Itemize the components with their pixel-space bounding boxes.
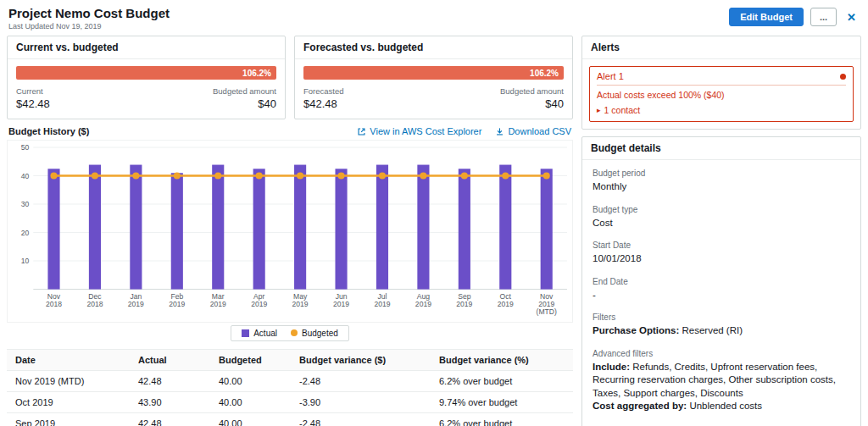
main-column: Current vs. budgeted 106.2% Current $42.… — [7, 36, 573, 426]
alert-contact-toggle[interactable]: ▸ 1 contact — [597, 105, 846, 115]
budgeted-dot-icon — [291, 329, 298, 336]
svg-text:40: 40 — [21, 172, 30, 180]
table-row: Nov 2019 (MTD)42.4840.00-2.486.2% over b… — [7, 370, 573, 391]
content-area: Current vs. budgeted 106.2% Current $42.… — [0, 34, 868, 426]
card-title: Current vs. budgeted — [8, 36, 285, 59]
svg-text:2019: 2019 — [251, 300, 267, 308]
svg-text:2019: 2019 — [292, 300, 309, 308]
current-amount: Current $42.48 — [16, 86, 50, 110]
legend-item: Actual — [242, 329, 277, 338]
alerts-title: Alerts — [582, 36, 860, 59]
table-cell: -2.48 — [291, 370, 431, 391]
alert-contact-label: 1 contact — [604, 105, 641, 115]
svg-text:(MTD): (MTD) — [537, 307, 557, 316]
budget-detail-page: Project Nemo Cost Budget Last Updated No… — [0, 0, 868, 426]
forecasted-vs-budgeted-card: Forecasted vs. budgeted 106.2% Forecaste… — [294, 36, 573, 119]
current-progress-bar: 106.2% — [16, 66, 276, 80]
actual-square-icon — [242, 329, 249, 337]
table-cell: 40.00 — [210, 412, 291, 426]
svg-text:2018: 2018 — [86, 300, 103, 308]
detail-field: End Date- — [593, 277, 850, 302]
detail-field-advanced-filters: Advanced filters Include: Refunds, Credi… — [593, 349, 850, 413]
svg-text:2019: 2019 — [498, 300, 514, 308]
svg-text:2019: 2019 — [210, 300, 226, 308]
detail-field-value: Cost — [593, 217, 850, 230]
table-row: Oct 201943.9040.00-3.909.74% over budget — [7, 391, 573, 412]
table-header-cell: Date — [7, 349, 130, 370]
expand-triangle-icon: ▸ — [597, 106, 601, 114]
card-title: Forecasted vs. budgeted — [295, 36, 572, 59]
detail-field-label: End Date — [593, 277, 850, 286]
detail-field-value: 10/01/2018 — [593, 252, 850, 266]
svg-text:50: 50 — [21, 143, 30, 152]
table-cell: 6.2% over budget — [431, 370, 573, 391]
view-cost-explorer-link[interactable]: View in AWS Cost Explorer — [357, 126, 481, 136]
table-row: Sep 201942.4840.00-2.486.2% over budget — [7, 412, 573, 426]
table-header-cell: Budgeted — [210, 349, 291, 370]
page-title: Project Nemo Cost Budget — [8, 6, 170, 20]
detail-field: Budget typeCost — [593, 205, 850, 230]
table-cell: 42.48 — [130, 370, 210, 391]
budgeted-amount: Budgeted amount $40 — [500, 86, 564, 110]
svg-text:2019: 2019 — [374, 300, 390, 308]
forecast-percent-label: 106.2% — [530, 69, 564, 78]
forecast-progress-bar: 106.2% — [303, 66, 564, 80]
last-updated-text: Last Updated Nov 19, 2019 — [8, 22, 170, 30]
svg-text:2018: 2018 — [46, 300, 62, 308]
table-cell: 42.48 — [130, 412, 210, 426]
alert-description: Actual costs exceed 100% ($40) — [597, 90, 846, 100]
table-cell: 43.90 — [130, 391, 210, 412]
svg-text:2019: 2019 — [128, 300, 144, 308]
table-cell: Nov 2019 (MTD) — [7, 370, 130, 391]
summary-cards-row: Current vs. budgeted 106.2% Current $42.… — [7, 36, 573, 119]
detail-field: Budget periodMonthly — [593, 169, 850, 194]
budget-table-body: Nov 2019 (MTD)42.4840.00-2.486.2% over b… — [7, 370, 573, 426]
alerts-card: Alerts Alert 1 Actual costs exceed 100% … — [581, 36, 861, 130]
side-column: Alerts Alert 1 Actual costs exceed 100% … — [581, 36, 861, 426]
svg-text:2019: 2019 — [169, 300, 185, 308]
table-header-cell: Budget variance (%) — [431, 349, 573, 370]
table-cell: -2.48 — [291, 412, 431, 426]
legend-item: Budgeted — [291, 329, 338, 338]
budget-table-head-row: DateActualBudgetedBudget variance ($)Bud… — [7, 349, 573, 370]
svg-text:2019: 2019 — [456, 300, 472, 308]
svg-text:20: 20 — [21, 229, 30, 237]
budget-details-title: Budget details — [582, 137, 860, 160]
title-block: Project Nemo Cost Budget Last Updated No… — [8, 6, 170, 30]
chart-svg: 1020304050Nov2018Dec2018Jan2019Feb2019Ma… — [8, 141, 572, 322]
svg-text:10: 10 — [21, 257, 30, 265]
forecasted-amount: Forecasted $42.48 — [303, 86, 344, 110]
download-icon — [495, 127, 504, 136]
table-header-cell: Budget variance ($) — [291, 349, 431, 370]
table-cell: Sep 2019 — [7, 412, 130, 426]
header-actions: Edit Budget ... ✕ — [729, 6, 860, 26]
detail-field: Start Date10/01/2018 — [593, 241, 850, 266]
detail-field-label: Budget type — [593, 205, 850, 214]
edit-budget-button[interactable]: Edit Budget — [729, 8, 804, 26]
more-actions-button[interactable]: ... — [810, 8, 837, 26]
detail-field-filters: Filters Purchase Options: Reserved (RI) — [593, 313, 850, 338]
download-csv-link[interactable]: Download CSV — [495, 126, 571, 136]
details-fields: Budget periodMonthlyBudget typeCostStart… — [593, 169, 850, 302]
budgeted-amount: Budgeted amount $40 — [213, 86, 276, 110]
legend-label: Actual — [253, 329, 277, 338]
chart-title: Budget History ($) — [8, 126, 89, 136]
alert-box: Alert 1 Actual costs exceed 100% ($40) ▸… — [589, 66, 854, 122]
svg-text:2019: 2019 — [415, 300, 431, 308]
detail-field-label: Budget period — [593, 169, 850, 178]
table-cell: -3.90 — [291, 391, 431, 412]
svg-text:30: 30 — [21, 200, 30, 208]
alert-status-dot — [840, 74, 846, 80]
chart-header: Budget History ($) View in AWS Cost Expl… — [8, 126, 571, 136]
close-icon[interactable]: ✕ — [843, 9, 860, 25]
detail-field-value: Monthly — [593, 180, 850, 194]
table-header-cell: Actual — [130, 349, 210, 370]
chart-legend-box: ActualBudgeted — [231, 325, 349, 341]
alert-name: Alert 1 — [597, 71, 624, 81]
table-cell: Oct 2019 — [7, 391, 130, 412]
detail-field-label: Start Date — [593, 241, 850, 250]
external-link-icon — [357, 127, 366, 136]
table-cell: 40.00 — [210, 391, 291, 412]
table-cell: 40.00 — [210, 370, 291, 391]
detail-field-value: - — [593, 289, 850, 302]
